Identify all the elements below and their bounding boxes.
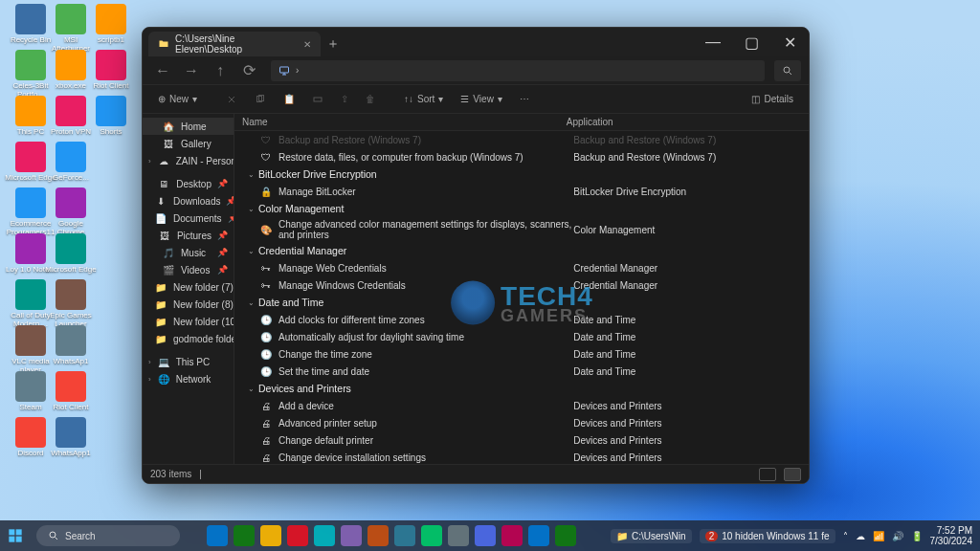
tab-title: C:\Users\Nine Eleven\Desktop [175,33,290,55]
taskbar-app[interactable] [448,525,469,546]
desktop-shortcut[interactable]: Google Chrome [44,187,98,237]
sort-button[interactable]: ↑↓ Sort ▾ [396,89,451,110]
sidebar-item-desktop[interactable]: 🖥Desktop📌 [143,175,234,192]
desktop-shortcut[interactable]: WhatsAp1 [44,325,98,366]
nav-up-button[interactable]: ↑ [208,60,233,81]
taskbar-app[interactable] [421,525,442,546]
taskbar-app[interactable] [287,525,308,546]
copy-button[interactable] [247,89,274,110]
desktop-shortcut[interactable]: Shorts [84,96,138,137]
sidebar-item-new-folder-7-[interactable]: 📁New folder (7)📌 [143,278,234,296]
list-item[interactable]: 🖨Change device installation settingsDevi… [234,449,809,464]
list-item[interactable]: 🛡Restore data, files, or computer from b… [234,148,809,165]
list-item[interactable]: 🕒Change the time zoneDate and Time [234,345,809,363]
taskbar-app[interactable] [260,525,281,546]
tray-volume-icon[interactable]: 🔊 [892,531,903,541]
view-details-button[interactable] [784,468,801,481]
desktop-shortcut[interactable]: Riot Client [44,371,98,412]
paste-button[interactable]: 📋 [276,89,302,110]
taskbar-app[interactable] [234,525,255,546]
tray-chevron-icon[interactable]: ˄ [843,531,848,541]
delete-button[interactable]: 🗑 [358,89,383,110]
list-item[interactable]: 🖨Advanced printer setupDevices and Print… [234,414,809,431]
list-item[interactable]: 🖨Add a deviceDevices and Printers [234,397,809,414]
explorer-tab[interactable]: C:\Users\Nine Eleven\Desktop ✕ [148,32,321,56]
sidebar-item-downloads[interactable]: ⬇Downloads📌 [143,192,234,209]
more-button[interactable]: ⋯ [512,89,537,110]
search-button[interactable] [774,60,801,81]
cut-button[interactable] [218,89,245,110]
desktop-shortcut[interactable]: Riot Client [84,50,138,91]
list-item[interactable]: 🛡Backup and Restore (Windows 7)Backup an… [234,131,809,148]
sidebar-item-zain-personal[interactable]: ›☁ZAIN - Personal [143,152,234,169]
sidebar-item-documents[interactable]: 📄Documents📌 [143,209,234,227]
nav-refresh-button[interactable]: ⟳ [236,60,261,81]
list-item[interactable]: 🕒Add clocks for different time zonesDate… [234,311,809,328]
sidebar-item-home[interactable]: 🏠Home [143,118,234,135]
view-button[interactable]: ☰ View ▾ [453,89,510,110]
nav-forward-button[interactable]: → [179,60,204,81]
sidebar-item-music[interactable]: 🎵Music📌 [143,244,234,261]
tray-wifi-icon[interactable]: 📶 [873,531,884,541]
taskbar-notification[interactable]: 2 10 hidden Windows 11 fe [700,529,835,543]
sidebar-item-godmode-folder[interactable]: 📁godmode folder📌 [143,330,234,347]
column-name[interactable]: Name [242,117,567,127]
desktop-shortcut[interactable]: Microsoft Edge [44,233,98,275]
list-item[interactable]: 🕒Automatically adjust for daylight savin… [234,328,809,345]
sidebar-item-videos[interactable]: 🎬Videos📌 [143,261,234,278]
list-item[interactable]: 🖨Change default printerDevices and Print… [234,431,809,449]
list-item[interactable]: 🎨Change advanced color management settin… [234,217,809,242]
column-application[interactable]: Application [567,117,801,127]
sidebar-item-pictures[interactable]: 🖼Pictures📌 [143,227,234,244]
taskbar-app[interactable] [501,525,523,546]
new-tab-button[interactable]: ＋ [321,32,345,56]
taskbar-app[interactable] [528,525,549,546]
desktop-shortcut[interactable]: scriptb1 [84,4,138,45]
titlebar[interactable]: C:\Users\Nine Eleven\Desktop ✕ ＋ ― ▢ ✕ [143,28,809,56]
sidebar-item-network[interactable]: ›🌐Network [143,370,234,387]
group-header[interactable]: ⌄Credential Manager [234,242,809,259]
address-bar[interactable]: › [271,60,765,81]
taskbar-app[interactable] [394,525,415,546]
close-button[interactable]: ✕ [770,28,809,56]
taskbar-app[interactable] [341,525,362,546]
start-button[interactable] [0,528,31,543]
details-pane-button[interactable]: ◫ Details [744,89,801,110]
group-header[interactable]: ⌄Date and Time [234,294,809,311]
taskbar-app[interactable] [555,525,576,546]
taskbar-folder-preview[interactable]: 📁 C:\Users\Nin [611,529,692,543]
list-item[interactable]: 🔒Manage BitLockerBitLocker Drive Encrypt… [234,183,809,200]
taskbar[interactable]: Search 📁 C:\Users\Nin 2 10 hidden Window… [0,520,980,551]
list-item[interactable]: 🗝Manage Web CredentialsCredential Manage… [234,259,809,276]
taskbar-search[interactable]: Search [36,525,180,546]
file-list[interactable]: Name Application 🛡Backup and Restore (Wi… [234,114,809,464]
tray-battery-icon[interactable]: 🔋 [911,531,923,541]
desktop-shortcut[interactable]: GeForce... [44,142,98,183]
taskbar-app[interactable] [314,525,335,546]
list-item[interactable]: 🕒Set the time and dateDate and Time [234,363,809,380]
tab-close-icon[interactable]: ✕ [303,39,311,50]
sidebar-item-this-pc[interactable]: ›💻This PC [143,353,234,370]
nav-back-button[interactable]: ← [150,60,175,81]
sidebar-item-new-folder-8-[interactable]: 📁New folder (8)📌 [143,296,234,313]
share-button[interactable]: ⇪ [333,89,356,110]
taskbar-app[interactable] [207,525,228,546]
desktop-shortcut[interactable]: Epic Games Launcher [44,279,98,329]
column-headers[interactable]: Name Application [234,114,809,131]
tray-cloud-icon[interactable]: ☁ [856,531,865,541]
group-header[interactable]: ⌄BitLocker Drive Encryption [234,165,809,183]
group-header[interactable]: ⌄Color Management [234,200,809,217]
minimize-button[interactable]: ― [694,28,732,56]
taskbar-clock[interactable]: 7:52 PM 7/30/2024 [930,525,973,546]
view-list-button[interactable] [759,468,776,481]
maximize-button[interactable]: ▢ [732,28,770,56]
desktop-shortcut[interactable]: WhatsApp1 [44,417,98,458]
taskbar-app[interactable] [475,525,496,546]
taskbar-app[interactable] [368,525,389,546]
group-header[interactable]: ⌄Devices and Printers [234,380,809,397]
sidebar-item-gallery[interactable]: 🖼Gallery [143,135,234,152]
rename-button[interactable] [304,89,331,110]
new-button[interactable]: ⊕ New ▾ [150,89,205,110]
sidebar-item-new-folder-10-[interactable]: 📁New folder (10)📌 [143,313,234,330]
list-item[interactable]: 🗝Manage Windows CredentialsCredential Ma… [234,276,809,294]
